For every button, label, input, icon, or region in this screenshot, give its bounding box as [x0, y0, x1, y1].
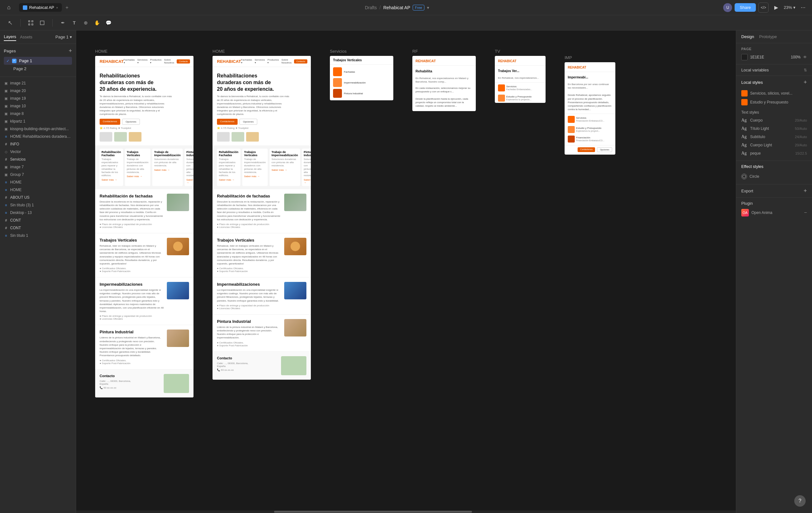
frame-label-tv: TV [495, 49, 500, 54]
tab-close-icon[interactable]: × [56, 6, 58, 9]
layer-group7[interactable]: ▣ Group 7 [0, 171, 76, 179]
tab-assets[interactable]: Assets [20, 33, 32, 40]
right-panel-tabs: Design Prototype [736, 30, 812, 43]
layer-klipartz[interactable]: ▣ klipartz 1 [0, 117, 76, 125]
layer-cont2[interactable]: # CONT [0, 224, 76, 232]
color-preview-servicios [741, 90, 748, 97]
home-icon[interactable]: ⌂ [4, 3, 14, 13]
select-tool[interactable]: ↖ [5, 18, 15, 28]
add-style-button[interactable]: + [804, 79, 807, 86]
style-color-servicios[interactable]: Servicios, silicios, vorel... [741, 89, 807, 98]
layer-cont1[interactable]: # CONT [0, 216, 76, 224]
canvas-scroll[interactable]: HOME REHABICAT Fachadas ▾ Servicios ▾ Pr… [76, 30, 736, 513]
page-item-2[interactable]: Page 2 [4, 65, 72, 73]
text-style-cuerpo-light[interactable]: Ag Cuerpo Light 20/Auto [741, 141, 807, 149]
layer-image19[interactable]: ▣ image 19 [0, 94, 76, 102]
plugin-open-anima[interactable]: OA Open Anima − [741, 209, 807, 216]
frame-icon: ≡ [4, 188, 8, 192]
layer-home2[interactable]: ≡ HOME [0, 186, 76, 194]
frame-label-imp: IMP [564, 55, 572, 60]
layer-image8[interactable]: ▣ image 8 [0, 110, 76, 117]
layer-image10[interactable]: ▣ image 10 [0, 102, 76, 110]
more-options-button[interactable]: ··· [798, 3, 808, 13]
local-variables-row[interactable]: Local variables ⇅ [736, 64, 812, 76]
breadcrumb-drafts[interactable]: Drafts [365, 5, 377, 10]
text-style-titulo-light[interactable]: Ag Título Light 50/Auto [741, 125, 807, 133]
version-dropdown-icon[interactable]: ▾ [427, 5, 429, 10]
text-style-peque[interactable]: Ag peque 15/22.5 [741, 149, 807, 158]
frame-imp[interactable]: IMP REHABICAT Impermeabi... En Barcelona… [564, 62, 615, 155]
style-color-estudio[interactable]: Estudio y Presupuesto [741, 98, 807, 107]
group-icon: # [4, 195, 8, 200]
servicios-frame-content: Trabajos Verticales Fachadas Impermeabil… [330, 56, 393, 100]
layer-sin-titulo1[interactable]: ≡ Sin título 1 [0, 232, 76, 239]
layer-name: HOME [10, 188, 72, 192]
add-page-button[interactable]: + [68, 48, 72, 54]
zoom-indicator[interactable]: 23% ▾ [784, 5, 795, 10]
page-color-value[interactable]: 1E1E1E [750, 55, 788, 59]
frame-tv[interactable]: TV REHABICAT Trabajos Ver... En Rehabica… [495, 56, 546, 103]
layer-kisspng[interactable]: ▣ kisspng-building-design-architect... [0, 125, 76, 133]
layer-image20[interactable]: ▣ image 20 [0, 87, 76, 94]
visibility-toggle-icon[interactable]: 👁 [803, 55, 807, 59]
frame-servicios[interactable]: Servicios Trabajos Verticales Fachadas [330, 56, 393, 100]
pen-tool[interactable]: ✒ [58, 18, 68, 28]
layer-home-frame[interactable]: ≡ HOME Rehabilitaciones duraderas ... [0, 133, 76, 140]
component-tool[interactable]: ⊕ [81, 18, 91, 28]
avatar: U [723, 3, 732, 12]
tab-layers[interactable]: Layers [4, 33, 16, 41]
variables-sort-icon[interactable]: ⇅ [804, 68, 807, 72]
page-color-swatch[interactable] [741, 54, 748, 60]
layers-section: ▣ image 21 ▣ image 20 ▣ image 19 ▣ image… [0, 77, 76, 513]
layer-name: INFO [10, 142, 72, 146]
text-style-cuerpo[interactable]: Ag Cuerpo 20/Auto [741, 116, 807, 125]
layer-info[interactable]: # INFO [0, 140, 76, 148]
text-tool[interactable]: T [69, 18, 79, 28]
page-opacity-value[interactable]: 100% [791, 55, 801, 59]
effect-styles-title: Effect styles [741, 164, 763, 169]
frame-home-1[interactable]: HOME REHABICAT Fachadas ▾ Servicios ▾ Pr… [95, 56, 194, 398]
export-title: Export [741, 189, 753, 193]
text-styles-section: Text styles [741, 107, 807, 116]
layer-about-us[interactable]: # ABOUT US [0, 194, 76, 201]
layer-home1[interactable]: ≡ HOME [0, 179, 76, 186]
layer-image21[interactable]: ▣ image 21 [0, 79, 76, 87]
page-props: 1E1E1E 100% 👁 [741, 54, 807, 60]
layer-image7[interactable]: ▣ image 7 [0, 163, 76, 171]
layer-servicios[interactable]: # Servicios [0, 156, 76, 163]
text-styles-title: Text styles [741, 110, 759, 115]
code-button[interactable]: </> [758, 3, 768, 13]
add-export-button[interactable]: + [804, 188, 807, 194]
canvas-scrollbar[interactable] [76, 510, 736, 513]
page-selector[interactable]: Page 1 ▾ [56, 35, 72, 39]
local-variables-label: Local variables [741, 68, 769, 72]
hand-tool[interactable]: ✋ [92, 18, 102, 28]
group-icon: # [4, 142, 8, 146]
frame-label-rf: RF [412, 49, 418, 54]
tab-add-button[interactable]: + [63, 4, 71, 11]
export-header: Export + [741, 188, 807, 194]
play-button[interactable]: ▶ [771, 3, 781, 13]
active-tab[interactable]: Rehabicat AP × [19, 3, 62, 12]
tab-design[interactable]: Design [741, 34, 754, 39]
tab-label: Rehabicat AP [29, 5, 54, 10]
canvas-area[interactable]: HOME REHABICAT Fachadas ▾ Servicios ▾ Pr… [76, 30, 736, 513]
page-item-1[interactable]: ✓ P Page 1 [4, 57, 72, 65]
layer-vector[interactable]: ◇ Vector [0, 148, 76, 156]
layer-name: image 19 [10, 96, 72, 101]
tab-prototype[interactable]: Prototype [759, 34, 777, 39]
text-style-subtitulo[interactable]: Ag Subtítulo 24/Auto [741, 133, 807, 141]
scrollbar-thumb[interactable] [274, 511, 472, 513]
frame-tool[interactable] [26, 18, 36, 28]
comment-tool[interactable]: 💬 [104, 18, 114, 28]
share-button[interactable]: Share [734, 3, 756, 12]
help-button[interactable]: ? [794, 495, 806, 507]
frame-home-2[interactable]: HOME REHABICAT Fachadas ▾ Servicios ▾ Pr… [212, 56, 311, 380]
frame-rf[interactable]: RF REHABICAT Rehabilita En Rehabicat, no… [412, 56, 476, 111]
shape-tool[interactable] [37, 18, 47, 28]
color-label-servicios: Servicios, silicios, vorel... [750, 91, 792, 96]
effect-circle[interactable]: Circle [741, 172, 807, 181]
plugin-collapse-button[interactable]: − [804, 210, 807, 216]
layer-desktop13[interactable]: ≡ Desktop - 13 [0, 209, 76, 216]
layer-sin-titulo[interactable]: ≡ Sin título (3) 1 [0, 201, 76, 209]
